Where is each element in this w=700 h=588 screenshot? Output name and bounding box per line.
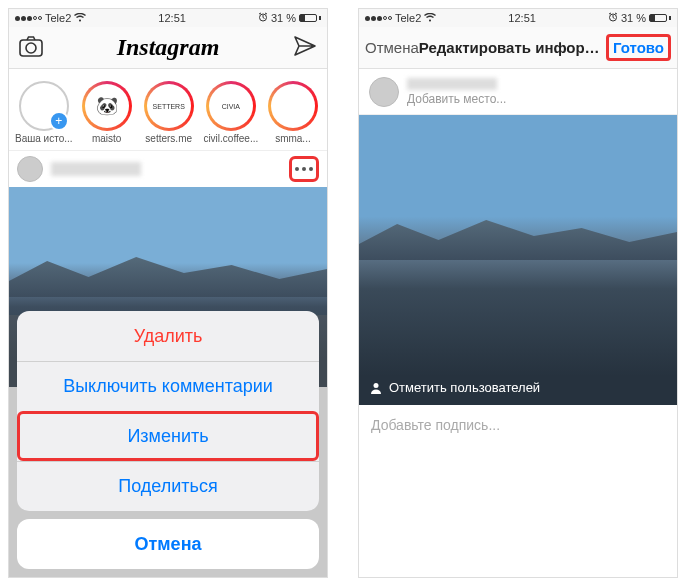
avatar[interactable] <box>17 156 43 182</box>
action-sheet-cancel[interactable]: Отмена <box>17 519 319 569</box>
edit-header: Отмена Редактировать информа... Готово <box>359 27 677 69</box>
action-sheet-item[interactable]: Изменить <box>17 411 319 461</box>
person-icon <box>369 381 383 395</box>
svg-point-4 <box>374 383 379 388</box>
story-item[interactable]: smma... <box>265 81 321 144</box>
app-header: Instagram <box>9 27 327 69</box>
send-icon[interactable] <box>293 35 317 61</box>
post-image: Отметить пользователей <box>359 115 677 405</box>
action-sheet-item[interactable]: Выключить комментарии <box>17 361 319 411</box>
location-row[interactable]: Добавить место... <box>359 69 677 115</box>
phone-left: Tele2 12:51 31 % Instagram Ваша исто...🐼… <box>8 8 328 578</box>
battery-icon <box>649 14 671 22</box>
username-blurred <box>51 162 141 176</box>
battery-pct: 31 % <box>621 12 646 24</box>
signal-dots-icon <box>365 16 392 21</box>
camera-icon[interactable] <box>19 35 43 61</box>
battery-pct: 31 % <box>271 12 296 24</box>
clock: 12:51 <box>508 12 536 24</box>
wifi-icon <box>424 12 436 24</box>
story-item[interactable]: 🐼maisto <box>79 81 135 144</box>
page-title: Редактировать информа... <box>419 39 606 56</box>
username-blurred <box>407 78 497 90</box>
app-title: Instagram <box>117 34 220 61</box>
action-sheet: УдалитьВыключить комментарииИзменитьПоде… <box>17 311 319 569</box>
avatar <box>369 77 399 107</box>
tag-users-button[interactable]: Отметить пользователей <box>369 380 540 395</box>
alarm-icon <box>258 12 268 24</box>
signal-dots-icon <box>15 16 42 21</box>
action-sheet-item[interactable]: Поделиться <box>17 461 319 511</box>
story-item[interactable]: Ваша исто... <box>15 81 73 144</box>
add-location-label[interactable]: Добавить место... <box>407 92 506 106</box>
wifi-icon <box>74 12 86 24</box>
carrier-label: Tele2 <box>45 12 71 24</box>
tag-users-label: Отметить пользователей <box>389 380 540 395</box>
clock: 12:51 <box>158 12 186 24</box>
status-bar: Tele2 12:51 31 % <box>359 9 677 27</box>
stories-row[interactable]: Ваша исто...🐼maistoSETTERSsetters.meCIVI… <box>9 69 327 151</box>
post-header <box>9 151 327 187</box>
status-bar: Tele2 12:51 31 % <box>9 9 327 27</box>
story-item[interactable]: CIVIAcivil.coffee... <box>203 81 259 144</box>
svg-point-2 <box>26 43 36 53</box>
action-sheet-group: УдалитьВыключить комментарииИзменитьПоде… <box>17 311 319 511</box>
story-item[interactable]: SETTERSsetters.me <box>141 81 197 144</box>
caption-input[interactable]: Добавьте подпись... <box>359 405 677 445</box>
battery-icon <box>299 14 321 22</box>
done-button[interactable]: Готово <box>606 34 671 61</box>
action-sheet-item[interactable]: Удалить <box>17 311 319 361</box>
more-options-icon[interactable] <box>289 156 319 182</box>
phone-right: Tele2 12:51 31 % Отмена Редактировать ин… <box>358 8 678 578</box>
alarm-icon <box>608 12 618 24</box>
cancel-button[interactable]: Отмена <box>365 39 419 56</box>
carrier-label: Tele2 <box>395 12 421 24</box>
